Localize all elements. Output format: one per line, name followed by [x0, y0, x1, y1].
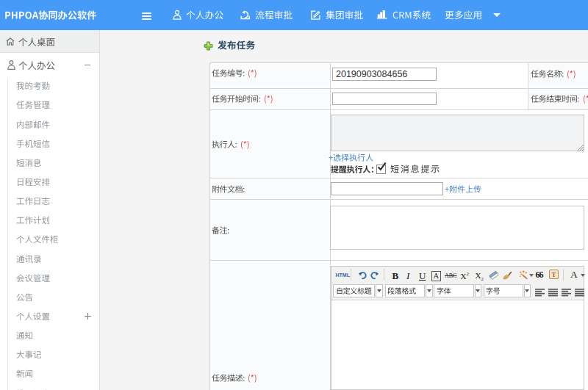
svg-text:T: T: [552, 271, 556, 278]
